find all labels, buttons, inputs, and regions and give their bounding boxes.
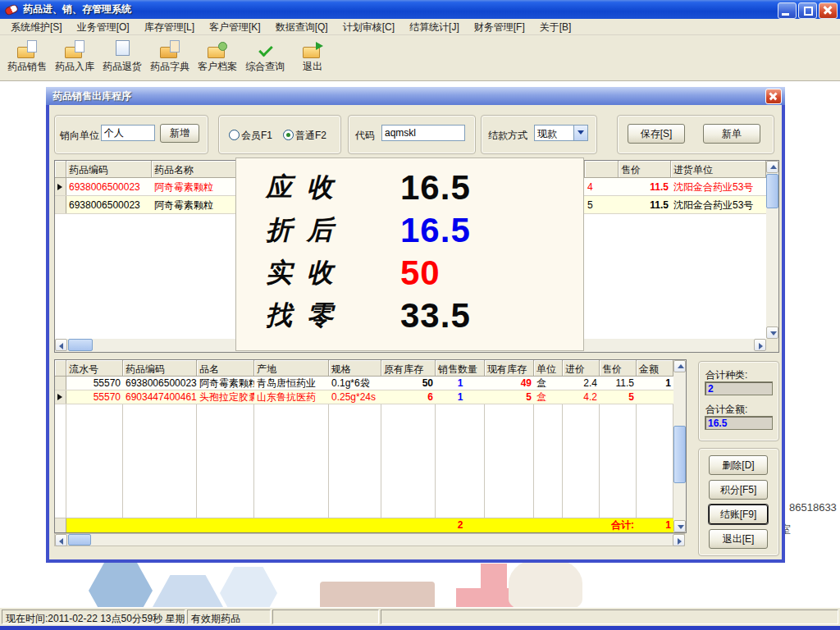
table-cell: 4.2 (563, 390, 600, 404)
save-button[interactable]: 保存[S] (628, 124, 685, 144)
customer-group: 销向单位 新增 (54, 115, 208, 154)
dialog-close-icon[interactable] (765, 89, 782, 104)
total-row: 2合计:1 (55, 518, 673, 532)
table-cell: 头孢拉定胶囊 原 (197, 390, 254, 404)
member-radio-label: 会员F1 (241, 129, 272, 143)
watermark-figure (509, 557, 582, 607)
drug-dictionary-icon (159, 40, 180, 58)
total-cell: 1 (637, 518, 673, 532)
current-row-arrow-icon (57, 394, 62, 400)
total-cell (381, 518, 436, 532)
table-cell: 沈阳金合药业53号 (671, 196, 766, 213)
payment-row-label: 应收 (266, 170, 372, 206)
table-cell: 11.5 (619, 196, 671, 213)
status-panel-3 (272, 609, 379, 624)
column-header: 药品编码 (66, 161, 152, 178)
toolbar-item-label: 客户档案 (194, 60, 241, 74)
column-header: 规格 (329, 360, 381, 377)
status-valid-drugs: 有效期药品 (187, 609, 271, 624)
chevron-down-icon[interactable] (573, 126, 587, 140)
menu-bar: 系统维护[S]业务管理[O]库存管理[L]客户管理[K]数据查询[Q]计划审核[… (0, 19, 840, 35)
table-cell: 5 (485, 390, 534, 404)
total-cell (66, 518, 123, 532)
drug-in-icon (64, 40, 85, 58)
table-row[interactable]: 555706938006500023阿奇霉素颗粒青岛唐恒药业0.1g*6袋501… (55, 377, 673, 390)
table-cell (55, 178, 66, 195)
background-phone-text: 86518633 (789, 501, 837, 514)
toolbar-item[interactable]: 综合查询 (241, 35, 289, 74)
restore-button[interactable] (798, 2, 817, 19)
code-input[interactable] (381, 125, 465, 141)
customer-label: 销向单位 (60, 129, 99, 143)
toolbar-item[interactable]: 药品字典 (146, 35, 194, 74)
total-cell (254, 518, 329, 532)
table-cell: 沈阳金合药业53号 (671, 178, 766, 195)
column-header: 现有库存 (485, 360, 534, 377)
toolbar: 药品销售药品入库药品退货药品字典客户档案综合查询退出 (0, 35, 840, 81)
table-cell: 5 (585, 196, 619, 213)
payment-method-label: 结款方式 (488, 129, 527, 143)
status-bar: 现在时间:2011-02-22 13点50分59秒 星期二 有效期药品 (0, 607, 840, 627)
table-cell: 11.5 (619, 178, 671, 195)
table-cell (55, 196, 66, 213)
menu-item[interactable]: 结算统计[J] (402, 19, 467, 35)
table-cell: 0.1g*6袋 (329, 377, 381, 390)
table-cell: 55570 (66, 377, 123, 390)
payment-row-label: 实收 (266, 255, 372, 291)
sales-vscrollbar[interactable] (673, 360, 686, 532)
table-cell: 6938006500023 (66, 196, 152, 213)
menu-item[interactable]: 客户管理[K] (202, 19, 268, 35)
exit-icon (302, 40, 323, 58)
close-button[interactable] (819, 2, 838, 19)
new-order-button[interactable]: 新单 (703, 124, 760, 144)
menu-item[interactable]: 计划审核[C] (336, 19, 402, 35)
normal-radio-label: 普通F2 (295, 129, 326, 143)
table-cell: 5 (600, 390, 637, 404)
menu-item[interactable]: 系统维护[S] (3, 19, 70, 35)
menu-item[interactable]: 关于[B] (532, 19, 579, 35)
points-button[interactable]: 积分[F5] (709, 480, 768, 500)
dialog-title-bar: 药品销售出库程序 (46, 87, 785, 105)
side-buttons-group: 删除[D]积分[F5]结账[F9]退出[E] (698, 448, 779, 556)
toolbar-item[interactable]: 药品退货 (98, 35, 146, 74)
table-cell: 盒 (534, 390, 563, 404)
column-header: 进价 (563, 360, 600, 377)
product-vscrollbar[interactable] (766, 161, 778, 339)
toolbar-item[interactable]: 退出 (289, 35, 336, 74)
exit-button[interactable]: 退出[E] (709, 529, 768, 549)
column-header: 售价 (600, 360, 637, 377)
checkout-button[interactable]: 结账[F9] (709, 504, 768, 524)
code-label: 代码 (355, 129, 375, 143)
normal-radio[interactable] (283, 130, 294, 140)
column-header: 原有库存 (381, 360, 436, 377)
menu-item[interactable]: 业务管理[O] (70, 19, 137, 35)
delete-button[interactable]: 删除[D] (709, 455, 768, 475)
payment-row: 实收50 (236, 252, 583, 294)
menu-item[interactable]: 数据查询[Q] (268, 19, 336, 35)
toolbar-item-label: 退出 (289, 60, 336, 74)
menu-item[interactable]: 库存管理[L] (137, 19, 202, 35)
table-cell: 6903447400461 (123, 390, 197, 404)
payment-method-select[interactable]: 现款 (534, 125, 588, 141)
member-type-group: 会员F1 普通F2 (218, 115, 341, 154)
query-check-icon (254, 40, 276, 58)
customer-input[interactable] (101, 125, 155, 141)
code-group: 代码 (348, 115, 476, 154)
table-cell: 0.25g*24s (329, 390, 381, 404)
add-customer-button[interactable]: 新增 (160, 124, 199, 143)
sales-hscrollbar[interactable] (54, 533, 685, 546)
column-header: 金额 (637, 360, 673, 377)
table-row[interactable]: 555706903447400461头孢拉定胶囊 原山东鲁抗医药0.25g*24… (55, 390, 673, 404)
column-header: 销售数量 (436, 360, 485, 377)
payment-row: 折后16.5 (236, 209, 583, 252)
toolbar-item[interactable]: 药品销售 (3, 35, 51, 74)
toolbar-item[interactable]: 客户档案 (194, 35, 241, 74)
minimize-button[interactable] (778, 2, 797, 19)
watermark-figure (320, 582, 435, 607)
menu-item[interactable]: 财务管理[F] (467, 19, 532, 35)
column-header: 售价 (619, 161, 671, 178)
table-cell: 2.4 (563, 377, 600, 390)
column-header (55, 360, 66, 377)
toolbar-item[interactable]: 药品入库 (51, 35, 98, 74)
member-radio[interactable] (229, 130, 240, 140)
